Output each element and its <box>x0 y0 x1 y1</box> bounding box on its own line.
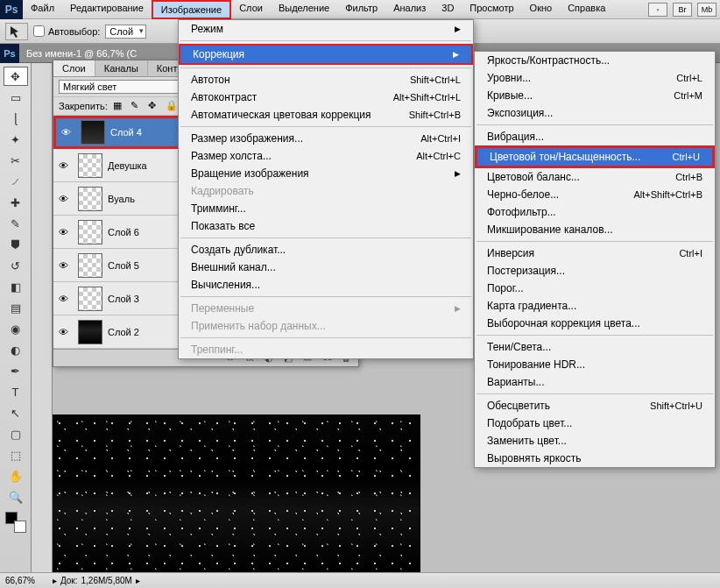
menu-item[interactable]: Яркость/Контрастность... <box>475 52 715 69</box>
menu-item[interactable]: Цветовой тон/Насыщенность...Ctrl+U <box>475 145 715 168</box>
tool-pen[interactable]: ✒ <box>4 361 28 380</box>
menu-выделение[interactable]: Выделение <box>271 0 337 19</box>
tool-lasso[interactable]: ɭ <box>4 109 28 128</box>
layer-thumb[interactable] <box>78 187 102 211</box>
menu-item[interactable]: Автоматическая цветовая коррекцияShift+C… <box>179 106 473 124</box>
visibility-eye-icon[interactable]: 👁 <box>53 227 73 237</box>
doc-size[interactable]: ▸ Док: 1,26M/5,80M ▸ <box>53 576 140 585</box>
menu-item[interactable]: Внешний канал... <box>179 259 473 276</box>
panel-tab-1[interactable]: Каналы <box>95 60 148 76</box>
menu-item-label: Уровни... <box>487 72 531 84</box>
layer-thumb[interactable] <box>78 153 102 178</box>
tool-dodge[interactable]: ◐ <box>4 340 28 359</box>
lock-pos-icon[interactable]: ✥ <box>148 100 160 112</box>
tool-wand[interactable]: ✦ <box>4 130 28 149</box>
menu-item[interactable]: Варианты... <box>475 373 715 391</box>
menu-shortcut: Shift+Ctrl+B <box>409 110 461 120</box>
menu-item[interactable]: Размер холста...Alt+Ctrl+C <box>179 147 473 165</box>
menu-item[interactable]: Выровнять яркость <box>475 450 715 467</box>
menu-файл[interactable]: Файл <box>23 0 62 19</box>
menu-item[interactable]: Режим▶ <box>179 20 473 38</box>
tool-gradient[interactable]: ▤ <box>4 298 28 317</box>
menu-изображение[interactable]: Изображение <box>152 0 231 19</box>
tool-zoom[interactable]: 🔍 <box>4 487 28 507</box>
tool-hand[interactable]: ✋ <box>4 466 28 485</box>
tool-type[interactable]: T <box>4 382 28 401</box>
tool-move[interactable]: ✥ <box>4 67 28 86</box>
layer-thumb[interactable] <box>78 287 102 311</box>
menu-item[interactable]: АвтоконтрастAlt+Shift+Ctrl+L <box>179 89 473 106</box>
zoom-level[interactable]: 66,67% <box>5 576 35 585</box>
menu-просмотр[interactable]: Просмотр <box>462 0 521 19</box>
menu-фильтр[interactable]: Фильтр <box>337 0 385 19</box>
lock-trans-icon[interactable]: ▦ <box>113 100 125 112</box>
autoselect-checkbox[interactable] <box>33 25 45 37</box>
menu-item[interactable]: Постеризация... <box>475 262 715 280</box>
tail-icon[interactable]: ◦ <box>648 3 667 17</box>
menu-item[interactable]: Фотофильтр... <box>475 203 715 221</box>
menu-редактирование[interactable]: Редактирование <box>62 0 152 19</box>
menu-item[interactable]: Размер изображения...Alt+Ctrl+I <box>179 130 473 147</box>
lock-paint-icon[interactable]: ✎ <box>131 100 143 112</box>
tail-minibridge[interactable]: Mb <box>697 3 716 17</box>
menu-item[interactable]: Выборочная коррекция цвета... <box>475 315 715 332</box>
menu-item[interactable]: Карта градиента... <box>475 297 715 315</box>
tool-path[interactable]: ↖ <box>4 403 28 422</box>
visibility-eye-icon[interactable]: 👁 <box>53 194 73 204</box>
autoselect-check[interactable]: Автовыбор: <box>33 25 100 37</box>
tool-preset[interactable] <box>5 23 28 40</box>
tool-shape[interactable]: ▢ <box>4 424 28 443</box>
tool-stamp[interactable]: ⛊ <box>4 235 28 254</box>
tool-eraser[interactable]: ◧ <box>4 277 28 296</box>
menu-item[interactable]: Тонирование HDR... <box>475 356 715 373</box>
menu-item[interactable]: Экспозиция... <box>475 104 715 122</box>
tool-heal[interactable]: ✚ <box>4 193 28 212</box>
menu-справка[interactable]: Справка <box>560 0 613 19</box>
menu-item[interactable]: Коррекция▶ <box>179 44 473 65</box>
panel-tab-0[interactable]: Слои <box>53 60 95 76</box>
layer-thumb[interactable] <box>78 320 102 344</box>
menu-item[interactable]: Цветовой баланс...Ctrl+B <box>475 168 715 186</box>
layer-thumb[interactable] <box>78 220 102 244</box>
menu-item[interactable]: АвтотонShift+Ctrl+L <box>179 71 473 89</box>
tool-marquee[interactable]: ▭ <box>4 88 28 107</box>
menu-item-label: Тени/Света... <box>487 341 551 353</box>
visibility-eye-icon[interactable]: 👁 <box>53 160 73 171</box>
tool-history[interactable]: ↺ <box>4 256 28 275</box>
menu-item[interactable]: Тримминг... <box>179 200 473 217</box>
tool-crop[interactable]: ✂ <box>4 151 28 170</box>
visibility-eye-icon[interactable]: 👁 <box>53 294 73 304</box>
menu-item[interactable]: Создать дубликат... <box>179 241 473 259</box>
menu-item[interactable]: Показать все <box>179 217 473 235</box>
menu-item[interactable]: Микширование каналов... <box>475 221 715 238</box>
lock-all-icon[interactable]: 🔒 <box>166 100 178 112</box>
menu-3d[interactable]: 3D <box>434 0 462 19</box>
menu-item[interactable]: ОбесцветитьShift+Ctrl+U <box>475 397 715 414</box>
visibility-eye-icon[interactable]: 👁 <box>56 127 75 138</box>
menu-item[interactable]: Подобрать цвет... <box>475 414 715 432</box>
visibility-eye-icon[interactable]: 👁 <box>53 260 73 271</box>
layer-thumb[interactable] <box>78 253 102 278</box>
menu-item[interactable]: Уровни...Ctrl+L <box>475 69 715 87</box>
menu-item[interactable]: Порог... <box>475 280 715 297</box>
menu-слои[interactable]: Слои <box>231 0 271 19</box>
tool-brush[interactable]: ✎ <box>4 214 28 233</box>
fg-bg-swatch[interactable] <box>5 512 26 533</box>
menu-item[interactable]: Вычисления... <box>179 276 473 294</box>
visibility-eye-icon[interactable]: 👁 <box>53 327 73 337</box>
menu-окно[interactable]: Окно <box>522 0 561 19</box>
autoselect-select[interactable]: Слой <box>105 25 146 39</box>
menu-item[interactable]: Вращение изображения▶ <box>179 165 473 182</box>
menu-item[interactable]: Вибрация... <box>475 128 715 145</box>
tool-eyedrop[interactable]: ⟋ <box>4 172 28 191</box>
tail-bridge[interactable]: Br <box>673 3 692 17</box>
menu-item[interactable]: Заменить цвет... <box>475 432 715 450</box>
layer-thumb[interactable] <box>81 120 105 145</box>
menu-item[interactable]: Черно-белое...Alt+Shift+Ctrl+B <box>475 186 715 203</box>
tool-3d[interactable]: ⬚ <box>4 445 28 464</box>
menu-item[interactable]: ИнверсияCtrl+I <box>475 244 715 262</box>
menu-item[interactable]: Тени/Света... <box>475 338 715 356</box>
menu-анализ[interactable]: Анализ <box>385 0 434 19</box>
tool-blur[interactable]: ◉ <box>4 319 28 338</box>
menu-item[interactable]: Кривые...Ctrl+M <box>475 87 715 104</box>
